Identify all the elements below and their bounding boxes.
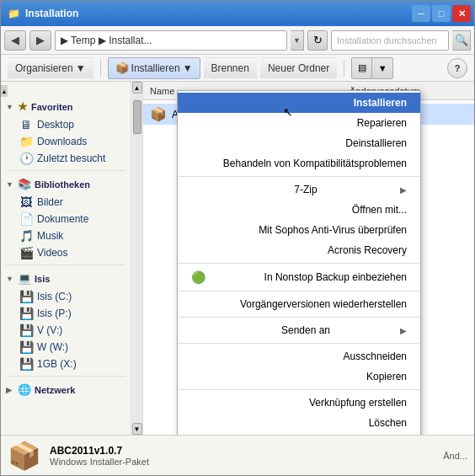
help-icon: ? — [455, 63, 461, 73]
context-menu-item-behandeln-von-kompatibilittspr[interactable]: Behandeln von Kompatibilitätsproblemen — [178, 153, 420, 174]
burn-button[interactable]: Brennen — [204, 57, 257, 79]
title-bar: 📁 Installation ─ □ ✕ — [1, 1, 474, 26]
help-button[interactable]: ? — [447, 58, 467, 78]
context-menu-item-deinstallieren[interactable]: Deinstallieren — [178, 133, 420, 153]
sidebar-scroll-down-btn[interactable]: ▼ — [132, 423, 142, 435]
sidebar-item-desktop[interactable]: 🖥 Desktop — [1, 116, 131, 133]
context-menu-item-acronis-recovery[interactable]: Acronis Recovery — [178, 240, 420, 260]
main-content: ▲ ▼ ★ Favoriten 🖥 Desktop 📁 Downloads 🕐 … — [1, 82, 474, 435]
back-button[interactable]: ◀ — [4, 30, 26, 51]
forward-button[interactable]: ▶ — [29, 30, 51, 51]
install-button[interactable]: 📦 Installieren ▼ — [108, 57, 200, 79]
maximize-button[interactable]: □ — [432, 5, 451, 22]
computer-section[interactable]: ▼ 💻 Isis — [1, 269, 131, 288]
context-menu-item-vorgngerversionen-wiederherste[interactable]: Vorgängerversionen wiederherstellen — [178, 294, 420, 314]
new-folder-button[interactable]: Neuer Ordner — [260, 57, 337, 79]
context-menu-item-ausschneiden[interactable]: Ausschneiden — [178, 346, 420, 366]
sidebar-scrollbar[interactable]: ▲ ▼ — [131, 82, 143, 435]
burn-label: Brennen — [211, 62, 249, 74]
downloads-label: Downloads — [37, 136, 87, 147]
drive-x-label: 1GB (X:) — [37, 358, 77, 370]
context-menu-separator-4 — [178, 176, 420, 177]
recent-label: Zuletzt besucht — [37, 152, 105, 164]
ctx-item-label: Acronis Recovery — [328, 244, 407, 256]
status-filetype: Windows Installer-Paket — [50, 457, 149, 467]
sidebar-item-dokumente[interactable]: 📄 Dokumente — [1, 211, 131, 227]
refresh-button[interactable]: ↻ — [307, 30, 328, 51]
context-menu-item-verknpfung-erstellen[interactable]: Verknüpfung erstellen — [178, 393, 420, 413]
ctx-item-label: Öffnen mit... — [352, 204, 407, 216]
context-menu-item-reparieren[interactable]: Reparieren — [178, 113, 420, 133]
musik-icon: 🎵 — [19, 229, 33, 243]
sidebar-item-p[interactable]: 💾 Isis (P:) — [1, 305, 131, 322]
sidebar-item-w[interactable]: 💾 W (W:) — [1, 339, 131, 356]
sidebar-item-v[interactable]: 💾 V (V:) — [1, 322, 131, 339]
sidebar-item-c[interactable]: 💾 Isis (C:) — [1, 288, 131, 305]
minimize-button[interactable]: ─ — [412, 5, 430, 22]
context-menu-item-kopieren[interactable]: Kopieren — [178, 366, 420, 387]
window-title: Installation — [25, 8, 78, 19]
ctx-item-icon: 🟢 — [191, 270, 208, 284]
context-menu-separator-18 — [178, 389, 420, 390]
dokumente-label: Dokumente — [37, 213, 88, 225]
sidebar-item-musik[interactable]: 🎵 Musik — [1, 227, 131, 244]
ctx-item-label: In Nonstop Backup einbeziehen — [264, 271, 407, 283]
sidebar-divider-3 — [6, 376, 125, 377]
ctx-item-label: 7-Zip — [294, 184, 317, 195]
network-section[interactable]: ▶ 🌐 Netzwerk — [1, 380, 131, 399]
search-bar[interactable]: Installation durchsuchen — [331, 30, 449, 51]
close-button[interactable]: ✕ — [452, 5, 471, 22]
bilder-label: Bilder — [37, 196, 63, 208]
drive-x-icon: 💾 — [19, 357, 33, 371]
file-icon: 📦 — [150, 106, 167, 122]
favorites-arrow: ▼ — [6, 103, 14, 111]
recent-icon: 🕐 — [19, 152, 33, 165]
context-menu-item-senden-an[interactable]: Senden an▶ — [178, 320, 420, 340]
sidebar-scroll-up[interactable]: ▲ — [1, 85, 8, 97]
videos-label: Videos — [37, 247, 67, 259]
install-label: Installieren — [131, 62, 180, 74]
sidebar-item-recent[interactable]: 🕐 Zuletzt besucht — [1, 150, 131, 167]
sidebar-item-x[interactable]: 💾 1GB (X:) — [1, 356, 131, 372]
context-menu-item-mit-sophos-anti-virus-berprfen[interactable]: Mit Sophos Anti-Virus überprüfen — [178, 220, 420, 240]
organize-label: Organisieren — [15, 62, 73, 74]
breadcrumb-dropdown[interactable]: ▼ — [291, 30, 304, 51]
ctx-item-label: Mit Sophos Anti-Virus überprüfen — [259, 224, 407, 236]
computer-label: Isis — [35, 274, 50, 284]
context-menu-item-installieren[interactable]: Installieren — [178, 93, 420, 113]
context-menu-separator-9 — [178, 263, 420, 264]
computer-arrow: ▼ — [6, 275, 14, 283]
sidebar: ▲ ▼ ★ Favoriten 🖥 Desktop 📁 Downloads 🕐 … — [1, 82, 131, 435]
organize-button[interactable]: Organisieren ▼ — [8, 57, 93, 79]
ctx-item-label: Ausschneiden — [344, 350, 407, 362]
sidebar-item-downloads[interactable]: 📁 Downloads — [1, 133, 131, 150]
submenu-arrow-icon: ▶ — [400, 185, 407, 195]
view-list-button[interactable]: ▤ — [352, 58, 372, 78]
breadcrumb[interactable]: ▶ Temp ▶ Installat... — [55, 30, 287, 51]
context-menu-item-7-zip[interactable]: 7-Zip▶ — [178, 179, 420, 200]
title-bar-controls: ─ □ ✕ — [412, 5, 471, 22]
computer-icon: 💻 — [18, 272, 31, 285]
libraries-section[interactable]: ▼ 📚 Bibliotheken — [1, 174, 131, 194]
sidebar-scroll-up-btn[interactable]: ▲ — [132, 82, 142, 94]
folder-icon: 📁 — [8, 8, 20, 19]
search-button[interactable]: 🔍 — [452, 30, 471, 51]
sidebar-item-bilder[interactable]: 🖼 Bilder — [1, 194, 131, 211]
sidebar-divider-2 — [6, 265, 125, 265]
drive-c-label: Isis (C:) — [37, 291, 72, 302]
ctx-item-label: Senden an — [281, 324, 330, 336]
sidebar-scroll-thumb[interactable] — [133, 100, 141, 134]
sidebar-scroll-track — [132, 94, 142, 423]
toolbar-separator-2 — [344, 60, 344, 77]
favorites-section[interactable]: ▼ ★ Favoriten — [1, 97, 131, 116]
view-dropdown-button[interactable]: ▼ — [372, 58, 392, 78]
ctx-item-label: Reparieren — [357, 117, 407, 129]
context-menu-item-ffnen-mit[interactable]: Öffnen mit... — [178, 200, 420, 220]
context-menu-item-in-nonstop-backup-einbeziehen[interactable]: 🟢In Nonstop Backup einbeziehen — [178, 266, 420, 288]
sidebar-item-videos[interactable]: 🎬 Videos — [1, 244, 131, 261]
context-menu-item-lschen[interactable]: Löschen — [178, 413, 420, 433]
network-arrow: ▶ — [6, 386, 14, 394]
explorer-window: 📁 Installation ─ □ ✕ ◀ ▶ ▶ Temp ▶ Instal… — [0, 0, 475, 476]
bilder-icon: 🖼 — [19, 195, 33, 209]
context-menu-item-umbenennen[interactable]: Umbenennen — [178, 433, 420, 435]
